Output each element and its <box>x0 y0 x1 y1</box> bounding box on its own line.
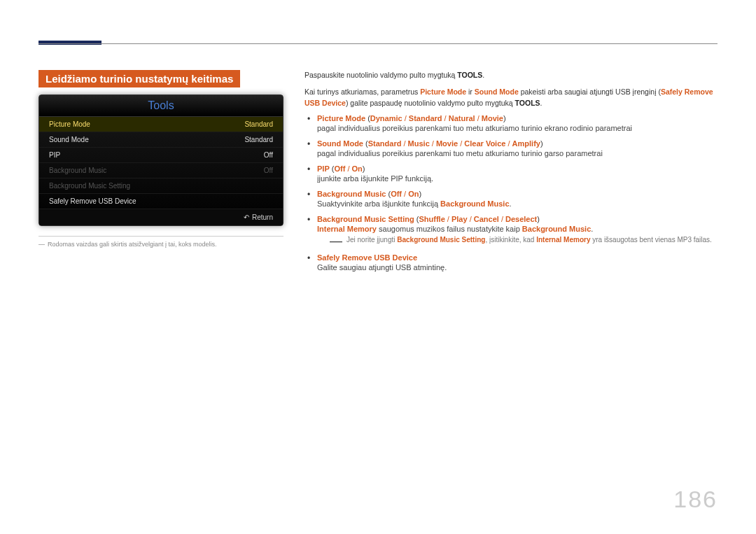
option-desc: Galite saugiau atjungti USB atmintinę. <box>317 263 718 272</box>
section-title: Leidžiamo turinio nustatymų keitimas <box>38 70 240 87</box>
top-divider <box>38 43 718 44</box>
note-dash: ― <box>330 236 342 246</box>
intro-paragraph-2: Kai turinys atkuriamas, parametrus Pictu… <box>304 87 718 109</box>
footnote-dash: ― <box>38 241 45 248</box>
tools-row-label: Background Music Setting <box>49 182 130 190</box>
return-label: Return <box>252 213 273 221</box>
tools-row-bg-music-setting: Background Music Setting <box>39 178 283 194</box>
tools-panel-footer: ↶Return <box>39 209 283 225</box>
footnote-text: Rodomas vaizdas gali skirtis atsižvelgia… <box>48 241 217 248</box>
option-note: ― Jei norite įjungti Background Music Se… <box>330 236 718 246</box>
option-sound-mode: Sound Mode (Standard / Music / Movie / C… <box>304 139 718 157</box>
option-picture-mode: Picture Mode (Dynamic / Standard / Natur… <box>304 114 718 132</box>
option-safely-remove: Safely Remove USB Device Galite saugiau … <box>304 253 718 272</box>
option-desc: pagal individualius poreikius parenkami … <box>317 124 718 132</box>
intro-paragraph-1: Paspauskite nuotolinio valdymo pulto myg… <box>304 70 718 81</box>
tools-panel: Tools Picture Mode Standard Sound Mode S… <box>38 94 284 226</box>
tools-row-safely-remove[interactable]: Safely Remove USB Device <box>39 194 283 209</box>
tools-row-label: Background Music <box>49 167 106 174</box>
tools-row-label: Safely Remove USB Device <box>49 197 136 205</box>
accent-bar <box>38 41 102 45</box>
tools-row-label: PIP <box>49 151 60 159</box>
tools-row-pip[interactable]: PIP Off <box>39 148 283 163</box>
option-desc: įjunkite arba išjunkite PIP funkciją. <box>317 174 718 183</box>
tools-row-bg-music: Background Music Off <box>39 163 283 178</box>
tools-row-sound-mode[interactable]: Sound Mode Standard <box>39 132 283 148</box>
tools-row-value: Standard <box>244 136 273 143</box>
tools-row-label: Picture Mode <box>49 120 90 128</box>
option-desc: Suaktyvinkite arba išjunkite funkciją Ba… <box>317 199 718 208</box>
page-number: 186 <box>673 486 718 513</box>
image-footnote: ―Rodomas vaizdas gali skirtis atsižvelgi… <box>38 236 284 248</box>
option-bg-music: Background Music (Off / On) Suaktyvinkit… <box>304 190 718 208</box>
tools-row-value: Standard <box>244 120 273 128</box>
option-line2: Internal Memory saugomus muzikos failus … <box>317 225 718 233</box>
option-desc: pagal individualius poreikius parenkami … <box>317 149 718 157</box>
option-bg-music-setting: Background Music Setting (Shuffle / Play… <box>304 215 718 246</box>
return-icon: ↶ <box>244 213 249 221</box>
tools-row-value: Off <box>264 151 273 159</box>
tools-row-picture-mode[interactable]: Picture Mode Standard <box>39 117 283 132</box>
tools-row-value: Off <box>264 167 273 174</box>
tools-panel-title: Tools <box>39 95 283 117</box>
option-pip: PIP (Off / On) įjunkite arba išjunkite P… <box>304 164 718 183</box>
tools-row-label: Sound Mode <box>49 136 89 143</box>
options-list: Picture Mode (Dynamic / Standard / Natur… <box>304 114 718 271</box>
